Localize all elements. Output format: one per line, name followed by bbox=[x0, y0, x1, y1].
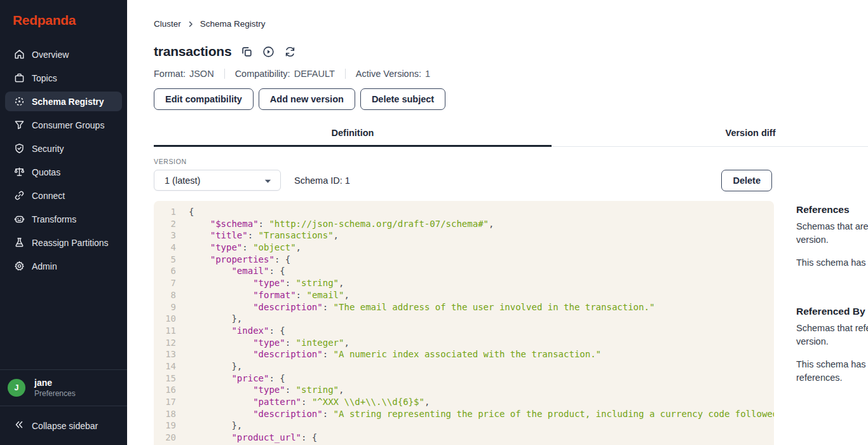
code-token: , bbox=[296, 242, 301, 252]
code-token: : bbox=[285, 385, 296, 395]
version-label: VERSION bbox=[154, 158, 774, 165]
code-token: "string" bbox=[296, 385, 339, 395]
code-token: { bbox=[189, 207, 194, 217]
tab-definition[interactable]: Definition bbox=[154, 128, 552, 147]
sidebar-item-consumer-groups[interactable]: Consumer Groups bbox=[5, 115, 122, 135]
delete-subject-button[interactable]: Delete subject bbox=[360, 88, 445, 110]
code-text: "type": "integer", bbox=[189, 337, 349, 349]
sidebar-spacer bbox=[0, 280, 127, 369]
sidebar-item-label: Admin bbox=[32, 261, 57, 271]
sidebar-item-schema-registry[interactable]: Schema Registry bbox=[5, 92, 122, 111]
ref-text-line: version. bbox=[796, 335, 868, 348]
tab-version-diff[interactable]: Version diff bbox=[552, 128, 868, 147]
play-circle-icon[interactable] bbox=[262, 46, 275, 58]
breadcrumb-cluster[interactable]: Cluster bbox=[154, 19, 181, 29]
sidebar-item-transforms[interactable]: Transforms bbox=[5, 209, 122, 229]
line-number: 16 bbox=[154, 384, 176, 396]
sidebar-item-label: Topics bbox=[32, 73, 57, 83]
active-versions-label: Active Versions: bbox=[356, 69, 421, 79]
line-number: 18 bbox=[154, 408, 176, 420]
title-row: transactions bbox=[154, 44, 868, 59]
edit-compatibility-button[interactable]: Edit compatibility bbox=[154, 88, 254, 110]
main-content: Cluster Schema Registry transactions For… bbox=[127, 0, 868, 445]
code-token: : { bbox=[269, 325, 285, 336]
code-token: }, bbox=[189, 361, 242, 371]
code-text: { bbox=[189, 206, 194, 218]
tab-bar: Definition Version diff bbox=[154, 128, 868, 147]
format-value: JSON bbox=[189, 69, 214, 79]
sidebar-item-label: Schema Registry bbox=[32, 97, 104, 107]
code-token: "pattern" bbox=[253, 397, 301, 407]
line-number: 17 bbox=[154, 396, 176, 408]
schema-code-editor[interactable]: 1{2 "$schema": "http://json-schema.org/d… bbox=[154, 201, 774, 445]
sidebar-item-connect[interactable]: Connect bbox=[5, 186, 122, 205]
robot-icon bbox=[14, 214, 25, 224]
copy-icon[interactable] bbox=[241, 46, 253, 58]
gear-icon bbox=[14, 261, 25, 271]
code-text: "email": { bbox=[189, 265, 285, 277]
collapse-sidebar-label: Collapse sidebar bbox=[32, 421, 98, 431]
sidebar-item-admin[interactable]: Admin bbox=[5, 256, 122, 276]
sidebar-item-reassign-partitions[interactable]: Reassign Partitions bbox=[5, 233, 122, 252]
code-token: "^XXX \\d+\\.\\d{6}$" bbox=[312, 397, 424, 407]
user-menu[interactable]: J jane Preferences bbox=[0, 369, 127, 406]
line-number: 9 bbox=[154, 301, 176, 313]
delete-version-button[interactable]: Delete bbox=[721, 170, 772, 191]
sidebar-item-overview[interactable]: Overview bbox=[5, 44, 122, 64]
schema-id: Schema ID: 1 bbox=[294, 175, 350, 186]
code-text: }, bbox=[189, 313, 242, 325]
code-token bbox=[189, 266, 231, 276]
code-line: 6 "email": { bbox=[154, 265, 774, 277]
code-token: : bbox=[285, 338, 296, 348]
code-token: "string" bbox=[296, 278, 339, 288]
collapse-sidebar-button[interactable]: Collapse sidebar bbox=[0, 406, 127, 445]
code-token bbox=[189, 325, 231, 336]
code-token: "type" bbox=[210, 242, 243, 252]
refresh-icon[interactable] bbox=[284, 46, 296, 58]
code-token: : bbox=[323, 302, 334, 312]
code-text: "description": "The email address of the… bbox=[189, 301, 654, 313]
code-token: }, bbox=[189, 313, 242, 324]
line-number: 11 bbox=[154, 325, 176, 337]
page: Redpanda OverviewTopicsSchema RegistryCo… bbox=[0, 0, 868, 445]
page-title: transactions bbox=[154, 44, 231, 59]
code-token: "A string representing the price of the … bbox=[334, 409, 774, 419]
code-line: 8 "format": "email", bbox=[154, 289, 774, 301]
add-new-version-button[interactable]: Add new version bbox=[259, 88, 355, 110]
ref-text-line: version. bbox=[796, 233, 868, 247]
code-token: : bbox=[301, 397, 312, 407]
scales-icon bbox=[14, 167, 25, 177]
references-empty-status: This schema has no references. bbox=[796, 256, 868, 270]
breadcrumb-schema-registry[interactable]: Schema Registry bbox=[200, 19, 266, 29]
version-select[interactable]: 1 (latest) bbox=[154, 170, 281, 191]
code-line: 19 }, bbox=[154, 420, 774, 432]
sidebar: Redpanda OverviewTopicsSchema RegistryCo… bbox=[0, 0, 127, 445]
chevron-right-icon bbox=[187, 20, 194, 28]
code-token: "integer" bbox=[296, 338, 344, 348]
code-token: : bbox=[323, 349, 334, 359]
code-token: , bbox=[424, 397, 430, 407]
code-text: "type": "string", bbox=[189, 384, 344, 396]
user-preferences-link[interactable]: Preferences bbox=[34, 388, 76, 399]
code-token bbox=[189, 278, 253, 288]
sidebar-item-quotas[interactable]: Quotas bbox=[5, 162, 122, 182]
code-token bbox=[189, 302, 253, 312]
code-token bbox=[189, 290, 253, 300]
code-text: "pattern": "^XXX \\d+\\.\\d{6}$", bbox=[189, 396, 430, 408]
link-icon bbox=[14, 190, 25, 201]
line-number: 20 bbox=[154, 432, 176, 444]
code-line: 15 "price": { bbox=[154, 373, 774, 385]
version-controls: 1 (latest) Schema ID: 1 Delete bbox=[154, 170, 774, 191]
line-number: 15 bbox=[154, 373, 176, 385]
sidebar-item-topics[interactable]: Topics bbox=[5, 68, 122, 88]
code-token: , bbox=[489, 219, 494, 229]
code-token bbox=[189, 349, 253, 359]
code-token: : { bbox=[269, 373, 285, 383]
sidebar-item-label: Security bbox=[32, 144, 64, 154]
code-line: 14 }, bbox=[154, 360, 774, 373]
code-line: 9 "description": "The email address of t… bbox=[154, 301, 774, 313]
referenced-by-empty-status: This schema has no incomingreferences. bbox=[796, 358, 868, 385]
code-token bbox=[189, 219, 210, 229]
meta-divider bbox=[224, 69, 225, 79]
sidebar-item-security[interactable]: Security bbox=[5, 139, 122, 158]
